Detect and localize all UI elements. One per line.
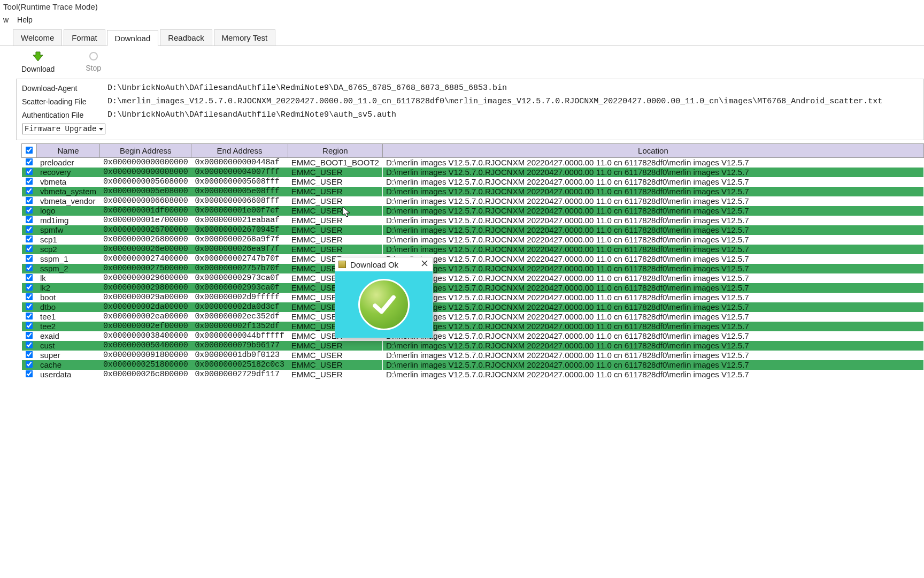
cell-region: EMMC_USER <box>288 168 382 177</box>
tab-welcome[interactable]: Welcome <box>13 29 62 45</box>
cell-location: D:\merlin images V12.5.7.0.RJOCNXM 20220… <box>382 360 923 370</box>
table-row[interactable]: spmfw0x00000000267000000x000000002670945… <box>22 225 924 235</box>
cell-region: EMMC_USER <box>288 187 382 196</box>
row-checkbox[interactable] <box>22 177 37 187</box>
row-checkbox[interactable] <box>22 283 37 293</box>
row-checkbox[interactable] <box>22 293 37 302</box>
tab-format[interactable]: Format <box>64 29 105 45</box>
tab-download[interactable]: Download <box>107 30 159 46</box>
row-checkbox[interactable] <box>22 302 37 312</box>
row-checkbox[interactable] <box>22 351 37 360</box>
table-row[interactable]: dtbo0x000000002da000000x000000002da0d3cf… <box>22 302 924 312</box>
table-row[interactable]: vbmeta_vendor0x00000000066080000x0000000… <box>22 196 924 206</box>
cell-name: lk <box>37 273 100 283</box>
col-name[interactable]: Name <box>37 144 100 158</box>
table-row[interactable]: vbmeta_system0x0000000005e080000x0000000… <box>22 187 924 196</box>
cell-end: 0x0000000006608fff <box>191 196 288 206</box>
row-checkbox[interactable] <box>22 273 37 283</box>
cell-name: cache <box>37 360 100 370</box>
cell-region: EMMC_USER <box>288 341 382 351</box>
row-checkbox[interactable] <box>22 322 37 331</box>
cell-location: D:\merlin images V12.5.7.0.RJOCNXM 20220… <box>382 351 923 360</box>
row-checkbox[interactable] <box>22 196 37 206</box>
cell-end: 0x0000000004007fff <box>191 168 288 177</box>
mode-select[interactable]: Firmware Upgrade <box>22 124 105 134</box>
row-checkbox[interactable] <box>22 331 37 341</box>
cell-end: 0x000000002da0d3cf <box>191 302 288 312</box>
download-button[interactable]: Download <box>21 51 55 73</box>
cell-name: sspm_1 <box>37 254 100 264</box>
dialog-title: Download Ok <box>350 260 420 269</box>
cell-end: 0x00000000000448af <box>191 158 288 168</box>
row-checkbox[interactable] <box>22 216 37 225</box>
svg-point-1 <box>90 52 97 60</box>
cell-end: 0x000000001e00f7ef <box>191 206 288 216</box>
table-row[interactable]: sspm_20x00000000275000000x000000002757b7… <box>22 264 924 273</box>
row-checkbox[interactable] <box>22 187 37 196</box>
table-row[interactable]: md1img0x000000001e7000000x0000000021eaba… <box>22 216 924 225</box>
table-row[interactable]: cache0x00000002518000000x0000000025182c0… <box>22 360 924 370</box>
scatter-file-value[interactable]: D:\merlin_images_V12.5.7.0.RJOCNXM_20220… <box>105 97 918 106</box>
cell-end: 0x000000002670945f <box>191 225 288 235</box>
cell-begin: 0x0000000251800000 <box>100 360 191 370</box>
tab-readback[interactable]: Readback <box>160 29 212 45</box>
cell-location: D:\merlin images V12.5.7.0.RJOCNXM 20220… <box>382 293 923 302</box>
row-checkbox[interactable] <box>22 206 37 216</box>
cell-name: lk2 <box>37 283 100 293</box>
cell-end: 0x00000000044bfffff <box>191 331 288 341</box>
cell-begin: 0x0000000026700000 <box>100 225 191 235</box>
row-checkbox[interactable] <box>22 370 37 379</box>
row-checkbox[interactable] <box>22 168 37 177</box>
col-location[interactable]: Location <box>382 144 923 158</box>
cell-location: D:\merlin images V12.5.7.0.RJOCNXM 20220… <box>382 216 923 225</box>
row-checkbox[interactable] <box>22 312 37 322</box>
cell-location: D:\merlin images V12.5.7.0.RJOCNXM 20220… <box>382 331 923 341</box>
table-row[interactable]: tee20x000000002ef000000x000000002f1352df… <box>22 322 924 331</box>
table-row[interactable]: recovery0x00000000000080000x000000000400… <box>22 168 924 177</box>
table-row[interactable]: boot0x0000000029a000000x000000002d9fffff… <box>22 293 924 302</box>
table-row[interactable]: exaid0x00000000384000000x00000000044bfff… <box>22 331 924 341</box>
table-row[interactable]: userdata0x000000026c8000000x00000002729d… <box>22 370 924 379</box>
cell-end: 0x000000002973ca0f <box>191 273 288 283</box>
row-checkbox[interactable] <box>22 245 37 254</box>
menu-item-help[interactable]: Help <box>17 16 33 24</box>
cell-end: 0x000000002d9fffff <box>191 293 288 302</box>
cell-region: EMMC_USER <box>288 196 382 206</box>
row-checkbox[interactable] <box>22 225 37 235</box>
cell-begin: 0x000000001df00000 <box>100 206 191 216</box>
cell-location: D:\merlin images V12.5.7.0.RJOCNXM 20220… <box>382 235 923 245</box>
table-row[interactable]: scp10x00000000268000000x00000000268a9f7f… <box>22 235 924 245</box>
mode-select-value: Firmware Upgrade <box>25 125 96 133</box>
table-row[interactable]: scp20x0000000026e000000x0000000026ea9f7f… <box>22 245 924 254</box>
table-row[interactable]: lk0x00000000296000000x000000002973ca0fEM… <box>22 273 924 283</box>
table-row[interactable]: lk20x00000000298000000x000000002993ca0fE… <box>22 283 924 293</box>
row-checkbox[interactable] <box>22 235 37 245</box>
col-end[interactable]: End Address <box>191 144 288 158</box>
row-checkbox[interactable] <box>22 341 37 351</box>
cell-end: 0x0000000026ea9f7f <box>191 245 288 254</box>
table-row[interactable]: vbmeta0x00000000056080000x0000000005608f… <box>22 177 924 187</box>
row-checkbox[interactable] <box>22 360 37 370</box>
download-agent-value[interactable]: D:\UnbrickNoAuth\DAfilesandAuthfile\Redm… <box>105 83 918 93</box>
header-checkbox[interactable] <box>22 144 37 158</box>
partition-table: Name Begin Address End Address Region Lo… <box>21 143 924 379</box>
table-row[interactable]: tee10x000000002ea000000x000000002ec352df… <box>22 312 924 322</box>
cell-name: sspm_2 <box>37 264 100 273</box>
table-row[interactable]: cust0x00000000504000000x0000000079b96177… <box>22 341 924 351</box>
tab-memory-test[interactable]: Memory Test <box>214 29 276 45</box>
auth-file-value[interactable]: D:\UnbrickNoAuth\DAfilesandAuthfile\Redm… <box>105 110 918 119</box>
tab-bar: Welcome Format Download Readback Memory … <box>0 29 924 46</box>
menu-item-window[interactable]: w <box>3 16 9 24</box>
row-checkbox[interactable] <box>22 264 37 273</box>
cell-region: EMMC_USER <box>288 206 382 216</box>
table-row[interactable]: logo0x000000001df000000x000000001e00f7ef… <box>22 206 924 216</box>
dialog-close-button[interactable] <box>420 260 429 269</box>
col-region[interactable]: Region <box>288 144 382 158</box>
table-row[interactable]: sspm_10x00000000274000000x000000002747b7… <box>22 254 924 264</box>
row-checkbox[interactable] <box>22 254 37 264</box>
row-checkbox[interactable] <box>22 158 37 168</box>
table-row[interactable]: super0x00000000918000000x00000001db0f012… <box>22 351 924 360</box>
col-begin[interactable]: Begin Address <box>100 144 191 158</box>
table-row[interactable]: preloader0x00000000000000000x00000000000… <box>22 158 924 168</box>
cell-location: D:\merlin images V12.5.7.0.RJOCNXM 20220… <box>382 370 923 379</box>
